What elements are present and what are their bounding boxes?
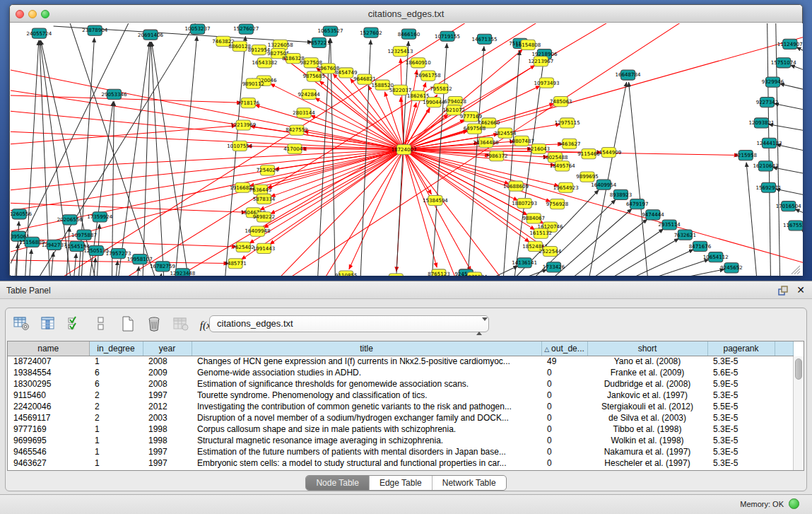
graph-node[interactable]: 8765123 (428, 269, 449, 276)
graph-node[interactable]: 19654923 (553, 182, 579, 192)
graph-edge[interactable] (160, 274, 161, 276)
column-header-pagerank[interactable]: pagerank (707, 341, 775, 356)
graph-node[interactable]: 9756928 (546, 199, 569, 209)
tab-node-table[interactable]: Node Table (306, 476, 370, 490)
column-header-name[interactable]: name (8, 341, 89, 356)
graph-edge[interactable] (73, 254, 76, 276)
graph-node[interactable]: 1527602 (360, 28, 382, 37)
graph-node[interactable]: 9485771 (224, 259, 246, 269)
graph-node[interactable]: 1991443 (253, 243, 275, 253)
graph-node[interactable]: 12093821 (748, 118, 774, 128)
table-row[interactable]: 2242004622012Investigating the contribut… (8, 401, 793, 412)
graph-node[interactable]: 9884067 (523, 214, 545, 223)
graph-node[interactable]: 7955812 (430, 83, 452, 93)
column-header-out_degree[interactable]: △out_de... (541, 341, 587, 356)
graph-node[interactable]: 9474444 (642, 210, 664, 220)
graph-node[interactable]: 16961758 (416, 71, 441, 81)
table-row[interactable]: 977716911998Corpus callosum shape and si… (8, 424, 793, 435)
tab-network-table[interactable]: Network Table (433, 476, 506, 490)
graph-edge[interactable] (117, 23, 553, 276)
graph-edge[interactable] (143, 42, 151, 276)
graph-node[interactable]: 9899695 (576, 172, 598, 182)
graph-edge[interactable] (175, 36, 196, 276)
graph-node[interactable]: 11675534 (783, 221, 803, 230)
graph-node[interactable]: 18640910 (406, 58, 431, 68)
graph-edge[interactable] (66, 227, 69, 276)
graph-edge[interactable] (35, 23, 199, 276)
graph-node[interactable]: 17359924 (87, 212, 112, 222)
graph-node[interactable]: 16648784 (616, 70, 641, 80)
graph-node[interactable]: 9245652 (720, 263, 742, 273)
network-canvas[interactable]: 2405572423878904206914061005323715276027… (11, 23, 803, 276)
graph-node[interactable]: 7254024 (257, 165, 279, 175)
graph-node[interactable]: 12213967 (528, 57, 553, 66)
delete-table-button[interactable] (143, 314, 165, 334)
graph-node[interactable]: 29053346 (101, 89, 126, 99)
table-row[interactable]: 911546021997Tourette syndrome. Phenomeno… (8, 390, 793, 401)
graph-node[interactable]: 1990444 (423, 97, 445, 107)
graph-node[interactable]: 9110855 (335, 271, 357, 276)
table-row[interactable]: 946554611997Estimation of the future num… (8, 446, 793, 457)
graph-node[interactable]: 9329946 (762, 77, 784, 87)
graph-node[interactable]: 15692971 (756, 182, 782, 192)
show-columns-button[interactable] (37, 314, 59, 334)
graph-edge[interactable] (404, 36, 803, 149)
graph-edge[interactable] (795, 209, 803, 214)
vertical-scrollbar[interactable] (793, 356, 804, 470)
graph-node[interactable]: 8938923 (610, 189, 632, 199)
graph-edge[interactable] (404, 150, 437, 268)
graph-edge[interactable] (225, 36, 245, 276)
graph-edge[interactable] (566, 219, 647, 276)
table-row[interactable]: 1938455462009Genome-wide association stu… (8, 367, 793, 378)
window-titlebar[interactable]: citations_edges.txt (10, 5, 802, 23)
graph-edge[interactable] (467, 46, 484, 276)
table-options-button[interactable] (11, 314, 33, 334)
graph-node[interactable]: 19958107 (127, 255, 153, 264)
graph-node[interactable]: 12923448 (170, 269, 195, 276)
graph-edge[interactable] (621, 250, 693, 276)
graph-node[interactable]: 9463627 (558, 139, 580, 148)
graph-node[interactable]: 10107554 (227, 141, 252, 151)
column-header-short[interactable]: short (587, 341, 707, 356)
close-panel-icon[interactable]: ✕ (796, 284, 805, 296)
graph-edge[interactable] (11, 126, 236, 146)
graph-node[interactable]: 9890112 (242, 78, 264, 88)
graph-node[interactable]: 12975115 (555, 118, 580, 128)
graph-edge[interactable] (603, 238, 678, 276)
clear-selection-button[interactable] (90, 314, 112, 334)
graph-edge[interactable] (11, 260, 228, 264)
graph-node[interactable]: 10653527 (317, 26, 343, 36)
graph-node[interactable]: 8427552 (286, 125, 307, 135)
graph-node[interactable]: 15276027 (233, 24, 259, 34)
graph-node[interactable]: 17016504 (776, 201, 801, 211)
graph-edge[interactable] (639, 259, 709, 276)
graph-edge[interactable] (11, 66, 404, 150)
graph-node[interactable]: 16543382 (252, 58, 278, 68)
graph-node[interactable]: 16210643 (753, 161, 779, 171)
graph-edge[interactable] (774, 104, 803, 110)
graph-node[interactable]: 9875685 (302, 71, 324, 81)
graph-edge[interactable] (404, 70, 417, 150)
graph-node[interactable]: 8215958 (734, 151, 757, 160)
graph-edge[interactable] (255, 105, 404, 149)
new-table-button[interactable] (117, 314, 139, 334)
memory-status-indicator[interactable] (789, 498, 799, 509)
import-table-disabled-button[interactable] (170, 314, 192, 334)
graph-node[interactable]: 10975887 (71, 230, 97, 240)
graph-node[interactable]: 6479197 (626, 199, 648, 209)
graph-node[interactable]: 11124907 (777, 39, 803, 49)
select-all-columns-button[interactable] (64, 314, 86, 334)
graph-node[interactable]: 2935114 (658, 220, 681, 230)
graph-edge[interactable] (657, 269, 724, 276)
graph-node[interactable]: 8466160 (398, 29, 420, 39)
column-header-year[interactable]: year (143, 341, 192, 356)
graph-node[interactable]: 9498222 (253, 212, 275, 222)
graph-node[interactable]: 12444183 (757, 138, 782, 148)
graph-node[interactable]: 6497568 (464, 124, 486, 134)
column-header-title[interactable]: title (192, 341, 541, 356)
graph-node[interactable]: 9227342 (756, 97, 778, 107)
graph-node[interactable]: 10973493 (534, 78, 559, 88)
graph-node[interactable]: 10053237 (185, 24, 211, 34)
graph-node[interactable]: 5878334 (253, 194, 276, 204)
graph-node[interactable]: 7632621 (674, 230, 696, 240)
